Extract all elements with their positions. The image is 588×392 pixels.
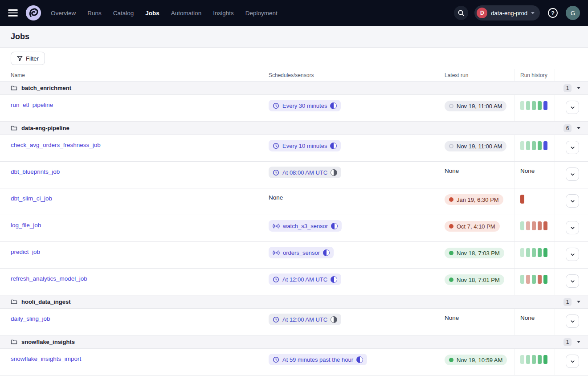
schedule-chip[interactable]: At 08:00 AM UTC <box>269 167 341 178</box>
run-history-bar[interactable] <box>526 355 530 364</box>
schedule-chip[interactable]: At 59 minutes past the hour <box>269 354 367 365</box>
run-history-bar[interactable] <box>520 195 524 204</box>
run-history-bar[interactable] <box>526 101 530 110</box>
run-history-bar[interactable] <box>520 141 524 150</box>
collapse-caret-icon[interactable] <box>577 127 580 129</box>
row-expand-button[interactable] <box>566 141 579 154</box>
run-history-bar[interactable] <box>526 248 530 257</box>
group-row-batch_enrichment[interactable]: batch_enrichment1 <box>0 82 588 95</box>
job-link[interactable]: daily_sling_job <box>11 315 50 322</box>
job-link[interactable]: refresh_analytics_model_job <box>11 275 87 282</box>
run-history-bar[interactable] <box>526 275 530 284</box>
schedule-toggle[interactable] <box>330 143 337 149</box>
schedule-chip[interactable]: At 12:00 AM UTC <box>269 274 341 285</box>
search-button[interactable] <box>454 6 468 20</box>
sensor-chip[interactable]: orders_sensor <box>269 247 334 258</box>
run-history-bar[interactable] <box>543 275 547 284</box>
collapse-caret-icon[interactable] <box>577 301 580 303</box>
job-link[interactable]: snowflake_insights_import <box>11 355 81 362</box>
run-history-bar[interactable] <box>543 355 547 364</box>
run-history-bar[interactable] <box>543 141 547 150</box>
help-button[interactable]: ? <box>546 6 559 20</box>
group-name: batch_enrichment <box>21 85 71 91</box>
schedule-chip[interactable]: At 12:00 AM UTC <box>269 314 341 325</box>
run-history-bar[interactable] <box>532 248 536 257</box>
run-history-bar[interactable] <box>543 248 547 257</box>
row-expand-button[interactable] <box>566 194 579 208</box>
nav-item-catalog[interactable]: Catalog <box>113 10 134 16</box>
latest-run-chip[interactable]: Nov 19, 11:00 AM <box>445 141 506 151</box>
sensor-chip[interactable]: watch_s3_sensor <box>269 220 342 232</box>
latest-run-chip[interactable]: Nov 18, 7:03 PM <box>445 248 504 258</box>
schedule-chip[interactable]: Every 10 minutes <box>269 140 341 151</box>
schedule-toggle[interactable] <box>330 102 337 109</box>
run-history-bar[interactable] <box>520 101 524 110</box>
run-history-bar[interactable] <box>538 221 542 230</box>
menu-icon[interactable] <box>8 9 18 16</box>
run-history-bar[interactable] <box>543 221 547 230</box>
run-history-bar[interactable] <box>520 355 524 364</box>
row-expand-button[interactable] <box>566 167 579 181</box>
deployment-switcher[interactable]: D data-eng-prod <box>474 5 540 20</box>
run-history-bar[interactable] <box>532 221 536 230</box>
job-link[interactable]: predict_job <box>11 249 40 255</box>
latest-run-chip[interactable]: Oct 7, 4:10 PM <box>445 221 500 232</box>
latest-run-chip[interactable]: Nov 19, 10:59 AM <box>445 355 507 365</box>
row-expand-button[interactable] <box>566 221 579 234</box>
row-expand-button[interactable] <box>566 274 579 288</box>
sensor-toggle[interactable] <box>323 249 330 256</box>
row-expand-button[interactable] <box>566 355 579 368</box>
latest-run-chip[interactable]: Nov 19, 11:00 AM <box>445 101 506 111</box>
nav-item-deployment[interactable]: Deployment <box>245 10 278 16</box>
latest-run-time: Jan 19, 6:30 PM <box>457 196 499 203</box>
run-history-bar[interactable] <box>520 221 524 230</box>
run-history-bar[interactable] <box>538 101 542 110</box>
group-row-snowflake_insights[interactable]: snowflake_insights1 <box>0 335 588 349</box>
row-expand-button[interactable] <box>566 248 579 261</box>
nav-item-overview[interactable]: Overview <box>51 10 76 16</box>
row-expand-button[interactable] <box>566 314 579 328</box>
schedule-toggle[interactable] <box>356 356 363 363</box>
dagster-logo-icon[interactable] <box>25 4 42 21</box>
user-avatar[interactable]: G <box>566 6 580 20</box>
job-link[interactable]: dbt_blueprints_job <box>11 168 60 175</box>
run-history-bar[interactable] <box>538 141 542 150</box>
sensor-label: orders_sensor <box>283 249 320 256</box>
run-history-bar[interactable] <box>538 355 542 364</box>
run-history-bar[interactable] <box>538 248 542 257</box>
job-link[interactable]: run_etl_pipeline <box>11 102 53 108</box>
run-history-bar[interactable] <box>520 275 524 284</box>
run-history-bar[interactable] <box>532 275 536 284</box>
run-history-bar[interactable] <box>526 221 530 230</box>
schedule-toggle[interactable] <box>331 316 337 323</box>
group-row-data-eng-pipeline[interactable]: data-eng-pipeline6 <box>0 122 588 135</box>
run-history-bar[interactable] <box>543 101 547 110</box>
nav-item-insights[interactable]: Insights <box>213 10 234 16</box>
group-row-hooli_data_ingest[interactable]: hooli_data_ingest1 <box>0 295 588 309</box>
run-history-bar[interactable] <box>526 141 530 150</box>
run-history-bar[interactable] <box>532 141 536 150</box>
run-history-bar[interactable] <box>532 101 536 110</box>
job-link[interactable]: check_avg_orders_freshness_job <box>11 142 101 148</box>
nav-item-automation[interactable]: Automation <box>171 10 201 16</box>
row-expand-button[interactable] <box>566 101 579 114</box>
nav-item-runs[interactable]: Runs <box>87 10 102 16</box>
job-link[interactable]: dbt_slim_ci_job <box>11 195 52 202</box>
run-history-bar[interactable] <box>532 355 536 364</box>
group-count-badge: 1 <box>564 298 572 306</box>
nav-item-jobs[interactable]: Jobs <box>145 10 159 16</box>
sensor-toggle[interactable] <box>331 223 338 229</box>
filter-button[interactable]: Filter <box>11 52 45 65</box>
group-name: data-eng-pipeline <box>21 125 69 131</box>
schedule-chip[interactable]: Every 30 minutes <box>269 100 341 111</box>
latest-run-chip[interactable]: Jan 19, 6:30 PM <box>445 194 503 205</box>
collapse-caret-icon[interactable] <box>577 341 580 343</box>
job-link[interactable]: log_file_job <box>11 222 41 229</box>
run-history-bar[interactable] <box>520 248 524 257</box>
run-history-bar[interactable] <box>538 275 542 284</box>
schedule-toggle[interactable] <box>331 276 337 283</box>
schedule-toggle[interactable] <box>331 169 337 176</box>
schedule-label: At 12:00 AM UTC <box>282 316 327 323</box>
collapse-caret-icon[interactable] <box>577 87 580 89</box>
latest-run-chip[interactable]: Nov 18, 7:01 PM <box>445 274 504 285</box>
